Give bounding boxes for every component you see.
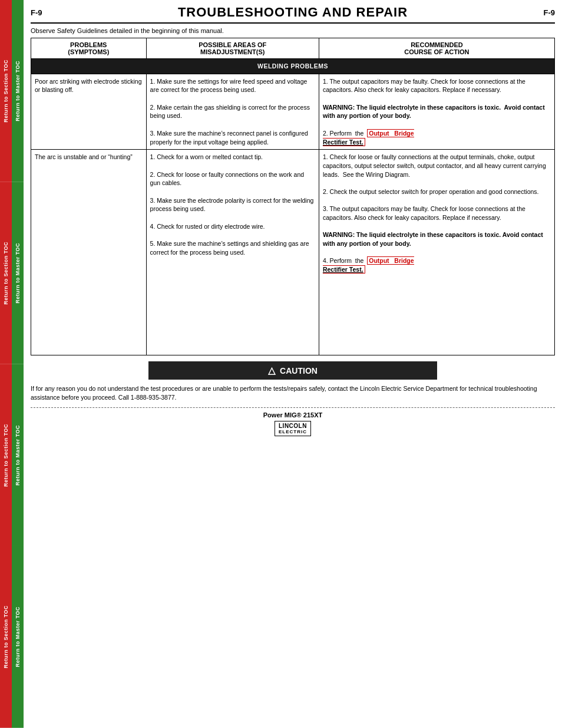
recommended-item-2-2: 2. Check the output selector switch for … xyxy=(323,187,551,196)
recommended-item-2-1: 1. Check for loose or faulty connections… xyxy=(323,153,551,179)
tab-return-master-2[interactable]: Return to Master TOC xyxy=(12,182,24,364)
lincoln-logo: LINCOLN ELECTRIC xyxy=(275,421,311,436)
output-bridge-word-2: Output Bridge xyxy=(369,257,414,264)
possible-item-2-4: 4. Check for rusted or dirty electrode w… xyxy=(150,222,315,231)
page-number-right: F-9 xyxy=(543,8,555,17)
side-tab-group-4: Return to Section TOC Return to Master T… xyxy=(0,546,24,728)
tab-return-section-2[interactable]: Return to Section TOC xyxy=(0,182,12,364)
recommended-item-1-1: 1. The output capacitors may be faulty. … xyxy=(323,77,551,94)
section-header-cell: WELDING PROBLEMS xyxy=(31,59,555,74)
page-number-left: F-9 xyxy=(31,8,42,17)
caution-triangle-icon: △ xyxy=(268,365,275,376)
page-title: TROUBLESHOOTING AND REPAIR xyxy=(178,5,408,20)
possible-item-1-2: 2. Make certain the gas shielding is cor… xyxy=(150,103,315,120)
possible-item-2-2: 2. Check for loose or faulty connections… xyxy=(150,170,315,187)
output-bridge-link-2[interactable]: Output BridgeRectifier Test. xyxy=(323,256,414,274)
main-table: PROBLEMS(SYMPTOMS) POSSIBLE AREAS OFMISA… xyxy=(31,38,555,355)
possible-item-1-3: 3. Make sure the machine’s reconnect pan… xyxy=(150,129,315,146)
possible-cell-1: 1. Make sure the settings for wire feed … xyxy=(146,74,319,150)
side-tab-group-3: Return to Section TOC Return to Master T… xyxy=(0,364,24,546)
section-header-row: WELDING PROBLEMS xyxy=(31,59,555,74)
table-row: Poor arc striking with electrode stickin… xyxy=(31,74,555,150)
output-bridge-word-1: Output Bridge xyxy=(369,130,414,137)
rectifier-test-link-1[interactable]: Rectifier Test. xyxy=(323,139,363,146)
tab-return-section-4[interactable]: Return to Section TOC xyxy=(0,546,12,728)
tab-return-master-3[interactable]: Return to Master TOC xyxy=(12,364,24,546)
lincoln-brand: LINCOLN xyxy=(279,423,307,429)
recommended-item-2-4: 4. Perform the Output BridgeRectifier Te… xyxy=(323,256,551,274)
recommended-cell-2: 1. Check for loose or faulty connections… xyxy=(319,150,554,355)
problem-text-2: The arc is unstable and or “hunting” xyxy=(35,153,133,160)
output-bridge-link-1[interactable]: Output BridgeRectifier Test. xyxy=(323,129,414,146)
problem-text-1: Poor arc striking with electrode stickin… xyxy=(35,78,142,94)
warning-text-1: WARNING: The liquid electrolyte in these… xyxy=(323,103,551,120)
page-footer: Power MIG® 215XT LINCOLN ELECTRIC xyxy=(31,407,555,436)
recommended-item-1-2: 2. Perform the Output BridgeRectifier Te… xyxy=(323,129,551,146)
warning-text-2: WARNING: The liquid electrolyte in these… xyxy=(323,230,551,248)
caution-text: If for any reason you do not understand … xyxy=(31,384,555,401)
possible-cell-2: 1. Check for a worn or melted contact ti… xyxy=(146,150,319,355)
lincoln-sub: ELECTRIC xyxy=(279,429,307,434)
footer-product: Power MIG® 215XT xyxy=(31,411,555,419)
col-header-possible: POSSIBLE AREAS OFMISADJUSTMENT(S) xyxy=(146,38,319,59)
table-row: The arc is unstable and or “hunting” 1. … xyxy=(31,150,555,355)
page-header: F-9 TROUBLESHOOTING AND REPAIR F-9 xyxy=(31,5,555,24)
rectifier-test-link-2[interactable]: Rectifier Test. xyxy=(323,266,363,273)
possible-item-2-1: 1. Check for a worn or melted contact ti… xyxy=(150,153,315,162)
tab-return-section-1[interactable]: Return to Section TOC xyxy=(0,0,12,182)
col-header-recommended: RECOMMENDEDCOURSE OF ACTION xyxy=(319,38,554,59)
main-content: F-9 TROUBLESHOOTING AND REPAIR F-9 Obser… xyxy=(24,0,562,728)
col-header-problems: PROBLEMS(SYMPTOMS) xyxy=(31,38,147,59)
problem-cell-1: Poor arc striking with electrode stickin… xyxy=(31,74,147,150)
possible-item-1-1: 1. Make sure the settings for wire feed … xyxy=(150,77,315,94)
recommended-item-2-3: 3. The output capacitors may be faulty. … xyxy=(323,205,551,222)
problem-cell-2: The arc is unstable and or “hunting” xyxy=(31,150,147,355)
recommended-cell-1: 1. The output capacitors may be faulty. … xyxy=(319,74,554,150)
tab-return-section-3[interactable]: Return to Section TOC xyxy=(0,364,12,546)
safety-note: Observe Safety Guidelines detailed in th… xyxy=(31,27,555,34)
side-tab-group-2: Return to Section TOC Return to Master T… xyxy=(0,182,24,364)
table-header-row: PROBLEMS(SYMPTOMS) POSSIBLE AREAS OFMISA… xyxy=(31,38,555,59)
caution-box: △ CAUTION xyxy=(148,361,437,380)
caution-label: CAUTION xyxy=(280,366,318,375)
possible-item-2-3: 3. Make sure the electrode polarity is c… xyxy=(150,196,315,213)
tab-return-master-4[interactable]: Return to Master TOC xyxy=(12,546,24,728)
side-tabs: Return to Section TOC Return to Master T… xyxy=(0,0,24,728)
possible-item-2-5: 5. Make sure the machine’s settings and … xyxy=(150,239,315,256)
side-tab-group-1: Return to Section TOC Return to Master T… xyxy=(0,0,24,182)
tab-return-master-1[interactable]: Return to Master TOC xyxy=(12,0,24,182)
